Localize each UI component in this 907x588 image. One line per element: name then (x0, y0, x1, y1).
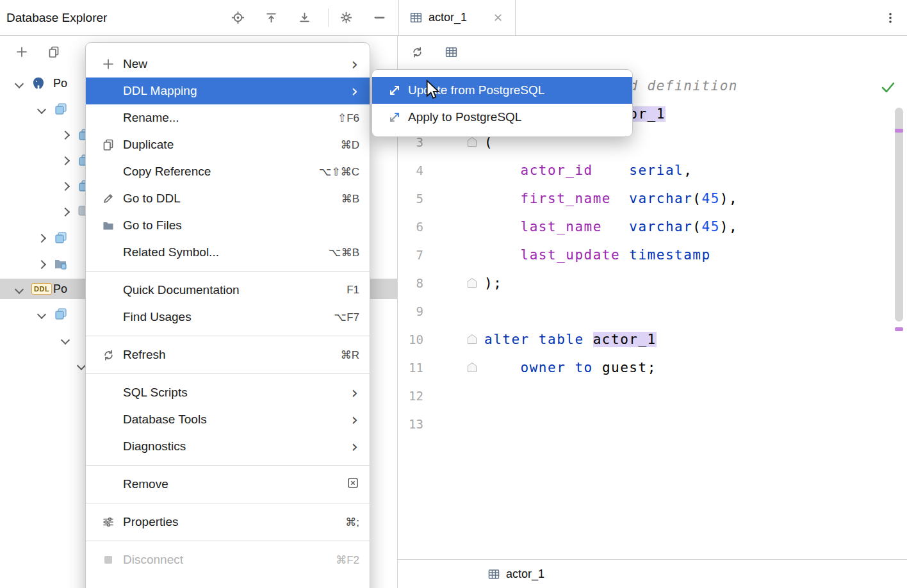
submenu-arrow-icon: › (352, 56, 358, 72)
submenu-arrow-icon: › (352, 411, 358, 428)
refresh-icon (99, 348, 118, 362)
tab-actor-1[interactable]: actor_1 (398, 0, 516, 35)
table-view-icon[interactable] (444, 45, 458, 59)
menu-item-refresh[interactable]: Refresh⌘R (86, 341, 370, 368)
mouse-cursor (425, 79, 440, 102)
scrollbar[interactable] (895, 108, 903, 322)
menu-item-sql-scripts[interactable]: SQL Scripts› (86, 379, 370, 406)
ddl-region-marker-icon[interactable] (467, 334, 477, 347)
menu-item-shortcut (347, 477, 359, 493)
scroll-mark[interactable] (895, 129, 903, 133)
menu-item-database-tools[interactable]: Database Tools› (86, 406, 370, 433)
folder-files-icon (54, 257, 68, 271)
menu-item-rename[interactable]: Rename...⇧F6 (86, 104, 370, 131)
chevron-right-icon[interactable] (61, 208, 70, 216)
line-number: 4 (398, 156, 423, 184)
ddl-region-marker-icon[interactable] (467, 136, 477, 150)
submenu-item-update-from-postgresql[interactable]: Update from PostgreSQL (372, 77, 632, 104)
editor-line: 13 (398, 410, 891, 438)
menu-item-disconnect[interactable]: Disconnect⌘F2 (86, 546, 370, 573)
menu-item-shortcut: F1 (347, 284, 359, 297)
expand-icon[interactable] (265, 11, 278, 24)
menu-item-shortcut: › (352, 411, 359, 428)
line-number: 12 (398, 382, 423, 410)
menu-separator (86, 503, 370, 503)
schemas-icon (54, 231, 68, 245)
context-menu: New›DDL Mapping›Rename...⇧F6Duplicate⌘DC… (85, 42, 370, 588)
schemas-icon (54, 307, 68, 321)
menu-item-remove[interactable]: Remove (86, 471, 370, 498)
menu-item-go-to-files[interactable]: Go to Files (86, 212, 370, 239)
menu-item-shortcut: ⌘; (345, 516, 359, 529)
chevron-right-icon[interactable] (37, 260, 46, 269)
chevron-right-icon[interactable] (61, 131, 70, 140)
chevron-right-icon[interactable] (61, 156, 70, 165)
explorer-toolbar (0, 36, 79, 68)
menu-item-copy-reference[interactable]: Copy Reference⌥⇧⌘C (86, 158, 370, 185)
menu-item-diagnostics[interactable]: Diagnostics› (86, 433, 370, 460)
chevron-right-icon[interactable] (37, 234, 46, 243)
menu-item-label: Related Symbol... (123, 245, 219, 259)
menu-item-label: Properties (123, 515, 179, 529)
tab-label: actor_1 (429, 0, 467, 35)
menu-item-ddl-mapping[interactable]: DDL Mapping› (86, 78, 370, 104)
menu-separator (86, 373, 370, 374)
submenu-arrow-icon: › (352, 83, 358, 99)
menu-item-label: SQL Scripts (123, 386, 188, 400)
menu-item-label: Quick Documentation (123, 283, 240, 297)
menu-item-properties[interactable]: Properties⌘; (86, 509, 370, 535)
menu-item-related-symbol[interactable]: Related Symbol...⌥⌘B (86, 239, 370, 266)
chevron-down-icon[interactable] (77, 361, 86, 370)
menu-item-new[interactable]: New› (86, 51, 370, 78)
editor-line: 10alter table actor_1 (398, 325, 891, 354)
ddl-region-marker-icon[interactable] (467, 277, 477, 291)
settings-icon[interactable] (339, 11, 353, 24)
chevron-down-icon[interactable] (15, 79, 24, 88)
line-number: 9 (398, 297, 423, 325)
editor-line: 11 owner to guest; (398, 354, 891, 382)
menu-item-shortcut: ⌥F7 (334, 311, 359, 324)
menu-item-shortcut: ⇧F6 (338, 111, 359, 125)
menu-item-shortcut: › (352, 56, 359, 72)
apply-icon (386, 110, 403, 124)
menu-item-shortcut: ⌥⇧⌘C (319, 165, 359, 179)
menu-separator (86, 271, 370, 272)
code-text: alter table actor_1 (484, 325, 657, 354)
scroll-mark[interactable] (895, 327, 903, 331)
inspection-ok-icon[interactable] (880, 79, 895, 97)
table-icon (409, 11, 423, 27)
hide-panel-icon[interactable] (373, 11, 386, 24)
editor-status-bar: actor_1 (398, 559, 907, 588)
code-text: last_update timestamp (484, 241, 711, 269)
more-options-icon[interactable] (884, 11, 897, 28)
menu-item-label: Rename... (123, 111, 179, 125)
menu-item-label: Disconnect (123, 553, 183, 567)
menu-separator (86, 541, 370, 541)
editor-line: 12 (398, 382, 891, 410)
tree-item-label: Po (53, 279, 67, 299)
menu-item-duplicate[interactable]: Duplicate⌘D (86, 131, 370, 158)
chevron-down-icon[interactable] (15, 285, 24, 294)
duplicate-icon[interactable] (47, 45, 60, 58)
chevron-down-icon[interactable] (37, 105, 46, 114)
line-number: 13 (398, 410, 423, 438)
menu-item-find-usages[interactable]: Find Usages⌥F7 (86, 304, 370, 331)
submenu-item-apply-to-postgresql[interactable]: Apply to PostgreSQL (372, 104, 632, 131)
add-icon[interactable] (15, 45, 28, 58)
menu-item-label: Duplicate (123, 138, 174, 152)
refresh-icon[interactable] (410, 45, 424, 59)
chevron-down-icon[interactable] (61, 336, 70, 345)
menu-item-quick-documentation[interactable]: Quick DocumentationF1 (86, 277, 370, 304)
locate-icon[interactable] (231, 11, 245, 24)
plus-icon (99, 58, 118, 70)
close-icon[interactable] (493, 12, 503, 23)
submenu-arrow-icon: › (352, 438, 358, 455)
collapse-icon[interactable] (298, 11, 311, 24)
menu-item-go-to-ddl[interactable]: Go to DDL⌘B (86, 185, 370, 212)
submenu-item-label: Apply to PostgreSQL (408, 110, 521, 124)
menu-item-label: New (123, 57, 147, 71)
chevron-down-icon[interactable] (37, 310, 46, 319)
ddl-region-marker-icon[interactable] (467, 362, 477, 375)
menu-separator (86, 465, 370, 466)
chevron-right-icon[interactable] (61, 182, 70, 191)
